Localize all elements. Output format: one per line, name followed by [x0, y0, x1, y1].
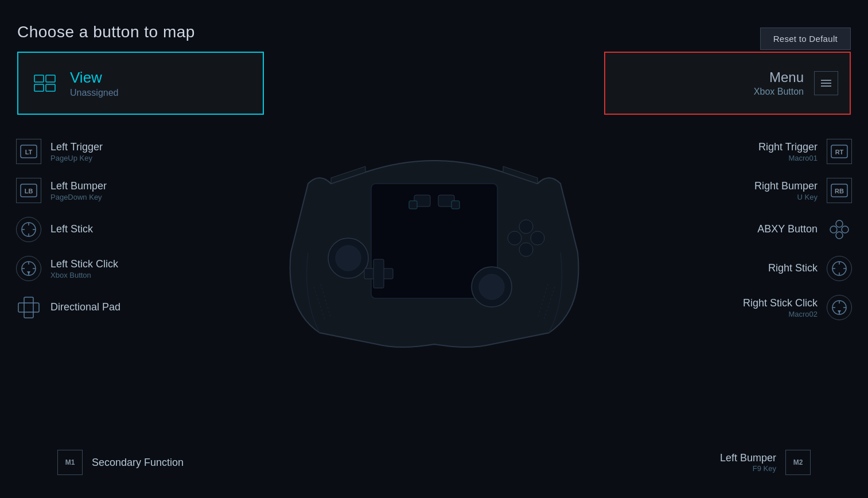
right-bumper-sublabel: U Key: [754, 193, 818, 201]
menu-button-card[interactable]: Menu Xbox Button: [604, 52, 851, 115]
menu-card-sublabel: Xbox Button: [617, 87, 804, 97]
left-stick-click-icon: [16, 256, 41, 281]
right-trigger-icon: RT: [827, 139, 852, 164]
right-stick-click-text: Right Stick Click Macro02: [743, 297, 818, 318]
svg-rect-56: [409, 201, 417, 209]
abxy-label: ABXY Button: [757, 223, 818, 235]
left-bumper-sublabel: PageDown Key: [50, 193, 107, 201]
right-bumper-label: Right Bumper: [754, 180, 818, 192]
view-icon: [30, 68, 60, 98]
left-stick-item[interactable]: Left Stick: [11, 210, 125, 249]
abxy-icon: [827, 217, 852, 242]
abxy-text: ABXY Button: [757, 223, 818, 236]
view-card-label: View: [70, 69, 119, 87]
svg-point-51: [508, 231, 521, 245]
dpad-icon: [16, 295, 41, 320]
svg-marker-21: [27, 271, 30, 274]
svg-rect-5: [821, 83, 831, 84]
bottom-right-bumper-sublabel: F9 Key: [720, 464, 776, 473]
left-stick-click-item[interactable]: Left Stick Click Xbox Button: [11, 249, 125, 288]
left-bumper-text: Left Bumper PageDown Key: [50, 180, 107, 201]
svg-rect-23: [18, 303, 39, 312]
reset-to-default-button[interactable]: Reset to Default: [760, 28, 851, 50]
bottom-right-bumper-text: Left Bumper F9 Key: [720, 452, 776, 473]
page-title: Choose a button to map: [17, 23, 195, 41]
left-bumper-icon: LB: [16, 178, 41, 203]
right-stick-item[interactable]: Right Stick: [764, 249, 857, 288]
right-stick-text: Right Stick: [768, 262, 818, 275]
secondary-function-label: Secondary Function: [92, 457, 184, 469]
bottom-right-bumper-label: Left Bumper: [720, 452, 776, 464]
view-card-sublabel: Unassigned: [70, 88, 119, 98]
right-trigger-sublabel: Macro01: [758, 154, 818, 162]
left-stick-label: Left Stick: [50, 223, 93, 235]
right-stick-label: Right Stick: [768, 262, 818, 274]
controller-image: [268, 132, 601, 361]
m2-icon-label: M2: [793, 458, 803, 466]
right-trigger-label: Right Trigger: [758, 141, 818, 153]
svg-point-29: [830, 226, 837, 233]
svg-point-45: [336, 246, 361, 271]
svg-rect-49: [373, 259, 384, 288]
directional-pad-item[interactable]: Directional Pad: [11, 288, 125, 327]
svg-point-28: [836, 220, 843, 227]
left-trigger-icon: LT: [16, 139, 41, 164]
menu-card-label: Menu: [617, 69, 804, 85]
right-trigger-item[interactable]: RT Right Trigger Macro01: [754, 132, 857, 171]
right-stick-click-sublabel: Macro02: [743, 310, 818, 318]
dpad-label: Directional Pad: [50, 301, 120, 313]
left-stick-click-text: Left Stick Click Xbox Button: [50, 258, 118, 279]
svg-rect-6: [821, 85, 831, 87]
svg-text:RB: RB: [835, 188, 844, 194]
left-stick-click-label: Left Stick Click: [50, 258, 118, 270]
svg-point-47: [479, 274, 504, 299]
svg-rect-22: [24, 297, 33, 318]
svg-point-31: [836, 232, 843, 239]
abxy-button-item[interactable]: ABXY Button: [753, 210, 857, 249]
svg-point-30: [842, 226, 848, 233]
right-bumper-item[interactable]: RB Right Bumper U Key: [750, 171, 857, 210]
dpad-text: Directional Pad: [50, 301, 120, 314]
left-button-list: LT Left Trigger PageUp Key LB Left Bumpe…: [11, 132, 125, 327]
svg-text:LB: LB: [25, 188, 33, 194]
svg-rect-1: [46, 75, 55, 82]
menu-card-text: Menu Xbox Button: [617, 69, 804, 97]
left-stick-text: Left Stick: [50, 223, 93, 236]
svg-rect-3: [46, 84, 55, 91]
right-stick-click-label: Right Stick Click: [743, 297, 818, 309]
left-stick-icon: [16, 217, 41, 242]
menu-icon: [814, 71, 838, 95]
left-bumper-item[interactable]: LB Left Bumper PageDown Key: [11, 171, 125, 210]
bottom-right-bumper-item[interactable]: M2 Left Bumper F9 Key: [720, 450, 811, 475]
right-button-list: RT Right Trigger Macro01 RB Right Bumper…: [738, 132, 857, 327]
right-bumper-text: Right Bumper U Key: [754, 180, 818, 201]
right-trigger-text: Right Trigger Macro01: [758, 141, 818, 162]
right-stick-click-item[interactable]: Right Stick Click Macro02: [738, 288, 857, 327]
svg-rect-2: [34, 84, 44, 91]
m2-icon: M2: [785, 450, 811, 475]
svg-text:RT: RT: [835, 149, 844, 155]
button-card-row: View Unassigned Menu Xbox Button: [17, 52, 851, 115]
left-bumper-label: Left Bumper: [50, 180, 107, 192]
right-stick-click-icon: [827, 295, 852, 320]
svg-point-50: [519, 220, 533, 234]
view-card-text: View Unassigned: [70, 69, 119, 98]
right-bumper-icon: RB: [827, 178, 852, 203]
view-button-card[interactable]: View Unassigned: [17, 52, 264, 115]
svg-marker-42: [838, 310, 841, 313]
left-trigger-label: Left Trigger: [50, 141, 103, 153]
svg-rect-57: [451, 201, 460, 209]
m1-icon-label: M1: [65, 458, 75, 466]
secondary-function-text: Secondary Function: [92, 457, 184, 469]
secondary-function-item[interactable]: M1 Secondary Function: [57, 450, 184, 475]
svg-point-53: [519, 243, 533, 256]
left-stick-click-sublabel: Xbox Button: [50, 271, 118, 279]
left-trigger-item[interactable]: LT Left Trigger PageUp Key: [11, 132, 125, 171]
svg-rect-0: [34, 75, 44, 82]
right-stick-icon: [827, 256, 852, 281]
svg-text:LT: LT: [25, 149, 33, 155]
left-trigger-sublabel: PageUp Key: [50, 154, 103, 162]
svg-point-52: [531, 231, 544, 245]
svg-rect-4: [821, 80, 831, 81]
left-trigger-text: Left Trigger PageUp Key: [50, 141, 103, 162]
